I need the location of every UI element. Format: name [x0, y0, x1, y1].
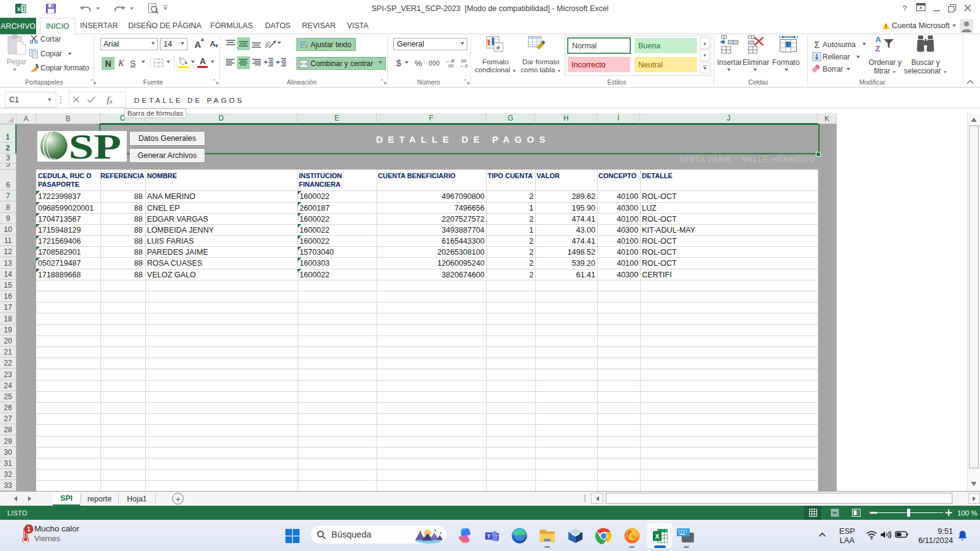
- svg-text:.00: .00: [447, 63, 453, 68]
- svg-text:T: T: [487, 533, 491, 539]
- svg-text:SP: SP: [69, 131, 121, 162]
- svg-text:A: A: [875, 35, 881, 44]
- svg-text:Z: Z: [875, 44, 880, 53]
- svg-text:≠: ≠: [496, 44, 500, 51]
- svg-text:X: X: [655, 533, 660, 540]
- svg-text:1: 1: [27, 526, 31, 533]
- svg-text:ab: ab: [265, 39, 272, 50]
- svg-text:→.0: →.0: [459, 63, 468, 68]
- svg-text:X: X: [17, 6, 20, 12]
